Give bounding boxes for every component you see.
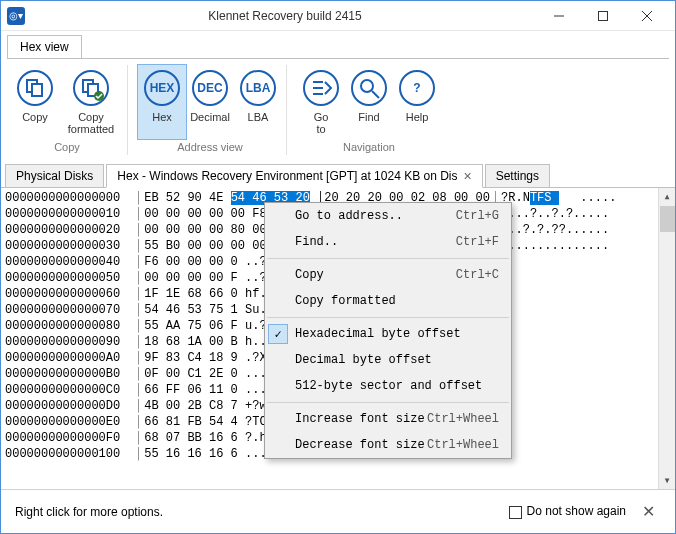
close-button[interactable] [625,2,669,30]
menu-item-label: Decimal byte offset [295,353,432,367]
scroll-up-icon[interactable]: ▴ [659,188,675,205]
svg-point-15 [352,71,386,105]
copy-formatted-icon [70,67,112,109]
menu-item[interactable]: ✓Hexadecimal byte offset [265,321,511,347]
help-button[interactable]: ?Help [393,65,441,139]
tab-close-icon[interactable]: × [464,169,472,183]
svg-text:?: ? [413,81,420,95]
menu-item-shortcut: Ctrl+F [456,235,499,249]
maximize-button[interactable] [581,2,625,30]
context-menu: Go to address..Ctrl+GFind..Ctrl+FCopyCtr… [264,202,512,459]
scroll-thumb[interactable] [660,206,675,232]
document-tabs: Physical DisksHex - Windows Recovery Env… [1,159,675,188]
menu-item[interactable]: Decrease font sizeCtrl+Wheel [265,432,511,458]
vertical-scrollbar[interactable]: ▴ ▾ [658,188,675,489]
tab-hex[interactable]: Hex - Windows Recovery Environment [GPT]… [106,164,482,188]
menu-item[interactable]: Copy formatted [265,288,511,314]
offset: 00000000000000E0 [5,414,133,430]
offset: 0000000000000050 [5,270,133,286]
scroll-down-icon[interactable]: ▾ [659,472,675,489]
hex-bytes[interactable]: 0F 00 C1 2E 0 [144,366,238,382]
svg-rect-0 [599,11,608,20]
decimal-button[interactable]: DECDecimal [186,65,234,139]
svg-rect-3 [32,84,42,96]
hex-bytes[interactable]: 66 FF 06 11 0 [144,382,238,398]
menu-item[interactable]: CopyCtrl+C [265,262,511,288]
hex-bytes[interactable]: 54 46 53 75 1 [144,302,238,318]
menu-separator [267,402,509,403]
menu-item-label: Find.. [295,235,338,249]
status-bar: Right click for more options. Do not sho… [1,489,675,533]
tab-label: Physical Disks [16,169,93,183]
hex-view[interactable]: 0000000000000000│EB 52 90 4E 54 46 53 20… [1,188,675,489]
ribbon-group-label: Navigation [343,141,395,153]
menu-item-label: Copy [295,268,324,282]
goto-icon [300,67,342,109]
menu-item-shortcut: Ctrl+Wheel [427,438,499,452]
offset: 00000000000000F0 [5,430,133,446]
offset: 0000000000000030 [5,238,133,254]
offset: 00000000000000B0 [5,366,133,382]
tab-label: Settings [496,169,539,183]
hex-bytes[interactable]: 68 07 BB 16 6 [144,430,238,446]
hex-bytes[interactable]: 9F 83 C4 18 9 [144,350,238,366]
window-title: Klennet Recovery build 2415 [33,9,537,23]
status-close-icon[interactable]: ✕ [636,502,661,521]
menu-item[interactable]: 512-byte sector and offset [265,373,511,399]
copy-formatted-button[interactable]: Copy formatted [59,65,123,139]
view-tab-strip: Hex view [1,31,675,59]
decimal-label: Decimal [190,111,230,135]
menu-item-label: 512-byte sector and offset [295,379,482,393]
menu-item-label: Go to address.. [295,209,403,223]
tab-settings[interactable]: Settings [485,164,550,188]
goto-button[interactable]: Go to [297,65,345,139]
ribbon-group-navigation: Go toFind?HelpNavigation [293,65,445,155]
hex-bytes[interactable]: 18 68 1A 00 B [144,334,238,350]
copy-label: Copy [22,111,48,135]
hex-bytes[interactable]: 00 00 00 00 F [144,270,238,286]
offset: 0000000000000010 [5,206,133,222]
hex-bytes[interactable]: 4B 00 2B C8 7 [144,398,238,414]
menu-item-shortcut: Ctrl+G [456,209,499,223]
decimal-icon: DEC [189,67,231,109]
hex-bytes[interactable]: F6 00 00 00 0 [144,254,238,270]
menu-item[interactable]: Decimal byte offset [265,347,511,373]
menu-item-label: Copy formatted [295,294,396,308]
menu-item-shortcut: Ctrl+C [456,268,499,282]
checkbox-icon[interactable] [509,506,522,519]
find-button[interactable]: Find [345,65,393,139]
lba-button[interactable]: LBALBA [234,65,282,139]
ascii-bytes[interactable]: ?R.NTFS ..... [501,190,616,206]
offset: 0000000000000020 [5,222,133,238]
svg-text:HEX: HEX [150,81,175,95]
hex-bytes[interactable]: 55 16 16 16 6 [144,446,238,462]
hex-bytes[interactable]: 1F 1E 68 66 0 [144,286,238,302]
help-label: Help [406,111,429,135]
menu-item-shortcut: Ctrl+Wheel [427,412,499,426]
ribbon-group-label: Copy [54,141,80,153]
tab-physical-disks[interactable]: Physical Disks [5,164,104,188]
do-not-show-checkbox[interactable]: Do not show again [509,504,626,518]
view-tab-hex[interactable]: Hex view [7,35,82,58]
status-message: Right click for more options. [15,505,499,519]
copy-icon [14,67,56,109]
hex-icon: HEX [141,67,183,109]
hex-bytes[interactable]: 55 AA 75 06 F [144,318,238,334]
menu-item-label: Hexadecimal byte offset [295,327,461,341]
hex-label: Hex [152,111,172,135]
ribbon: CopyCopy formattedCopyHEXHexDECDecimalLB… [1,59,675,155]
hex-bytes[interactable]: 66 81 FB 54 4 [144,414,238,430]
copy-button[interactable]: Copy [11,65,59,139]
offset: 00000000000000C0 [5,382,133,398]
menu-item[interactable]: Increase font sizeCtrl+Wheel [265,406,511,432]
copy-formatted-label: Copy formatted [68,111,114,135]
lba-label: LBA [248,111,269,135]
menu-item[interactable]: Find..Ctrl+F [265,229,511,255]
offset: 0000000000000070 [5,302,133,318]
menu-item[interactable]: Go to address..Ctrl+G [265,203,511,229]
hex-button[interactable]: HEXHex [138,65,186,139]
goto-label: Go to [314,111,329,135]
ribbon-group-address-view: HEXHexDECDecimalLBALBAAddress view [134,65,287,155]
minimize-button[interactable] [537,2,581,30]
window-buttons [537,2,669,30]
